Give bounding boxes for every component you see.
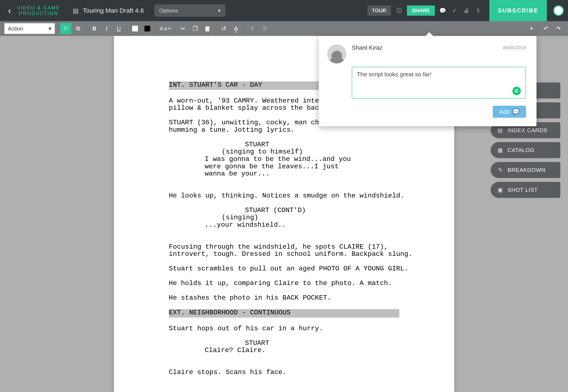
options-label: Options bbox=[159, 7, 178, 14]
chevron-down-icon: ▾ bbox=[168, 26, 170, 31]
paste-icon[interactable]: 📋 bbox=[202, 23, 213, 34]
document-title[interactable]: Touring Man Draft 4.6 bbox=[83, 7, 144, 14]
add-comment-button[interactable]: Add 💬 bbox=[493, 106, 526, 118]
divider bbox=[155, 24, 156, 33]
undo-icon[interactable]: ↶ bbox=[540, 23, 552, 34]
divider bbox=[57, 24, 58, 33]
character-cue[interactable]: STUART bbox=[169, 339, 269, 347]
character-cue[interactable]: STUART (CONT'D) bbox=[169, 206, 306, 214]
main-area: INT. STUART'S CAR - DAY A worn-out, '93 … bbox=[0, 36, 568, 392]
action-block[interactable]: Stuart hops out of his car in a hurry. bbox=[169, 324, 323, 332]
sidebar-item-catalog[interactable]: ▦ CATALOG bbox=[491, 142, 560, 158]
redo-icon[interactable]: ↷ bbox=[553, 23, 564, 34]
brand-title[interactable]: VIDEO & GAME PRODUCTION bbox=[17, 5, 60, 16]
print-icon[interactable]: 🖨 bbox=[461, 6, 471, 15]
facebook-icon[interactable]: f bbox=[247, 23, 258, 34]
dual-dialog-icon[interactable]: ⧉ bbox=[72, 23, 83, 34]
index-cards-icon: ▤ bbox=[497, 127, 504, 134]
sidebar-item-label: SHOT LIST bbox=[508, 187, 538, 193]
text-case-button[interactable]: A a ▾ bbox=[158, 23, 172, 34]
twitter-icon[interactable]: ✇ bbox=[259, 23, 270, 34]
divider bbox=[86, 24, 86, 33]
scene-heading[interactable]: EXT. NEIGHBORHOOD - CONTINUOUS bbox=[169, 309, 399, 318]
chevron-down-icon: ▾ bbox=[49, 25, 51, 32]
comment-popover: Shant Kiraz 06/06/2019 G Add 💬 bbox=[319, 36, 537, 126]
share-button[interactable]: SHARE bbox=[407, 5, 435, 16]
divider bbox=[244, 24, 244, 33]
cut-icon[interactable]: ✂ bbox=[177, 23, 188, 34]
dialogue-block[interactable]: ...your windshield.. bbox=[169, 221, 399, 229]
commenter-avatar[interactable] bbox=[327, 44, 346, 63]
dialogue-block[interactable]: Claire? Claire. bbox=[169, 347, 399, 354]
sidebar-item-shot-list[interactable]: ▣ SHOT LIST bbox=[491, 182, 560, 198]
fill-color-button[interactable] bbox=[130, 23, 140, 34]
commenter-name: Shant Kiraz bbox=[352, 44, 382, 51]
sidebar-item-label: BREAKDOWN bbox=[508, 167, 545, 173]
catalog-icon: ▦ bbox=[497, 147, 504, 154]
comment-icon[interactable]: 💬 bbox=[438, 6, 447, 15]
help-icon[interactable]: ⓘ bbox=[394, 6, 404, 15]
chevron-down-icon: ▾ bbox=[218, 7, 221, 14]
element-type-value: Action bbox=[8, 25, 23, 32]
dialogue-block[interactable]: I was gonna to be the wind...and you wer… bbox=[169, 156, 399, 178]
brand-line1: VIDEO & GAME bbox=[17, 5, 60, 11]
comment-header: Shant Kiraz 06/06/2019 bbox=[327, 44, 526, 63]
tour-button[interactable]: TOUR bbox=[367, 5, 391, 16]
action-block[interactable]: Focusing through the windshield, he spot… bbox=[169, 243, 412, 258]
action-block[interactable]: Claire stops. Scans his face. bbox=[169, 368, 287, 376]
comment-date: 06/06/2019 bbox=[503, 45, 526, 51]
text-color-button[interactable] bbox=[142, 23, 153, 34]
divider bbox=[538, 24, 538, 33]
parenthetical[interactable]: (singing to himself) bbox=[169, 148, 303, 156]
divider bbox=[175, 24, 175, 33]
nav-chevron-down-icon[interactable]: ▾ bbox=[528, 26, 535, 31]
breakdown-icon: ✎ bbox=[497, 167, 504, 173]
underline-button[interactable]: U bbox=[113, 23, 124, 34]
app-header: ‹ VIDEO & GAME PRODUCTION ▤ Touring Man … bbox=[0, 0, 568, 21]
comment-bubble-icon: 💬 bbox=[512, 108, 520, 115]
divider bbox=[215, 24, 216, 33]
shot-list-icon: ▣ bbox=[497, 187, 504, 193]
tag-icon[interactable]: ⚐ bbox=[60, 23, 71, 34]
subscribe-button[interactable]: SUBSCRIBE bbox=[489, 0, 547, 21]
sidebar-item-label: INDEX CARDS bbox=[508, 127, 548, 134]
download-icon[interactable]: ⇩ bbox=[473, 6, 483, 15]
divider bbox=[127, 24, 127, 33]
clear-formatting-icon[interactable]: A╳ bbox=[230, 23, 241, 34]
bold-button[interactable]: B bbox=[89, 23, 100, 34]
user-avatar[interactable] bbox=[553, 5, 564, 16]
character-cue[interactable]: STUART bbox=[169, 140, 269, 148]
action-block[interactable]: He stashes the photo in his BACK POCKET. bbox=[169, 294, 331, 302]
sidebar-item-breakdown[interactable]: ✎ BREAKDOWN bbox=[491, 162, 560, 178]
parenthetical[interactable]: (singing) bbox=[169, 213, 258, 221]
italic-button[interactable]: I bbox=[101, 23, 112, 34]
approve-icon[interactable]: ✓ bbox=[450, 6, 459, 15]
document-icon: ▤ bbox=[73, 7, 79, 14]
formatting-toolbar: Action ▾ ⚐ ⧉ B I U A a ▾ ✂ ❐ 📋 ↺ A╳ f ✇ … bbox=[0, 21, 568, 36]
action-block[interactable]: He looks up, thinking. Notices a smudge … bbox=[169, 192, 404, 200]
element-type-dropdown[interactable]: Action ▾ bbox=[4, 23, 55, 34]
action-block[interactable]: Stuart scrambles to pull out an aged PHO… bbox=[169, 265, 408, 273]
comment-input[interactable] bbox=[352, 67, 526, 98]
back-button[interactable]: ‹ bbox=[4, 5, 15, 16]
grammarly-icon[interactable]: G bbox=[513, 87, 521, 95]
action-block[interactable]: He holds it up, comparing Claire to the … bbox=[169, 279, 392, 287]
add-label: Add bbox=[499, 109, 510, 115]
sidebar-item-label: CATALOG bbox=[508, 147, 534, 154]
copy-icon[interactable]: ❐ bbox=[190, 23, 201, 34]
brand-line2: PRODUCTION bbox=[17, 11, 60, 16]
find-replace-icon[interactable]: ↺ bbox=[218, 23, 229, 34]
options-dropdown[interactable]: Options ▾ bbox=[154, 4, 225, 17]
